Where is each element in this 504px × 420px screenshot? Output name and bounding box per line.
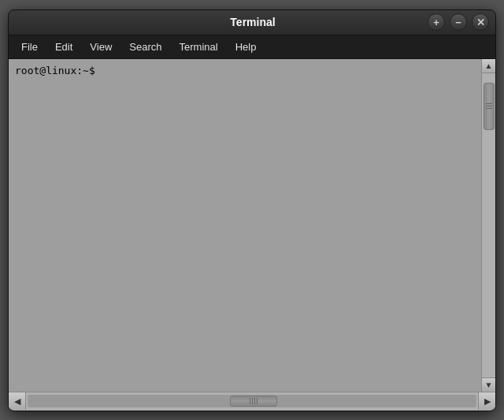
minimize-button[interactable]: −: [450, 13, 467, 31]
scroll-thumb-horizontal[interactable]: [230, 396, 277, 407]
thumb-line-h-1: [250, 398, 250, 404]
scroll-right-arrow[interactable]: ▶: [478, 392, 495, 410]
terminal-prompt: root@linux:~$: [15, 64, 475, 78]
thumb-line-h-4: [257, 398, 258, 404]
thumb-line-3: [486, 108, 492, 109]
vertical-scrollbar: ▲ ▼: [481, 59, 495, 392]
horizontal-scrollbar: ◀ ▶: [9, 392, 495, 411]
title-bar: Terminal + − ✕: [9, 10, 495, 35]
scroll-up-arrow[interactable]: ▲: [482, 59, 496, 73]
menu-edit[interactable]: Edit: [47, 38, 80, 56]
terminal-body: root@linux:~$ ▲ ▼: [9, 59, 495, 392]
scroll-left-arrow[interactable]: ◀: [9, 392, 26, 410]
down-arrow-icon: ▼: [485, 381, 493, 389]
thumb-grip: [486, 103, 492, 109]
add-button[interactable]: +: [428, 13, 445, 31]
menu-bar: File Edit View Search Terminal Help: [9, 35, 495, 59]
thumb-line-h-2: [252, 398, 253, 404]
close-button[interactable]: ✕: [472, 13, 489, 31]
thumb-line-h-3: [254, 398, 255, 404]
window-controls: + − ✕: [428, 13, 489, 31]
left-arrow-icon: ◀: [14, 396, 20, 407]
thumb-grip-horizontal: [250, 398, 258, 404]
thumb-line-1: [486, 103, 492, 104]
menu-help[interactable]: Help: [228, 38, 265, 56]
right-arrow-icon: ▶: [484, 396, 491, 407]
scroll-track-vertical[interactable]: [484, 75, 495, 376]
terminal-content[interactable]: root@linux:~$: [9, 59, 481, 392]
terminal-window: Terminal + − ✕ File Edit View Search Ter…: [8, 9, 496, 411]
menu-terminal[interactable]: Terminal: [172, 38, 226, 56]
scroll-track-horizontal[interactable]: [28, 395, 476, 407]
up-arrow-icon: ▲: [485, 61, 493, 70]
menu-view[interactable]: View: [82, 38, 120, 56]
scroll-down-arrow[interactable]: ▼: [482, 377, 496, 392]
menu-search[interactable]: Search: [121, 38, 169, 56]
menu-file[interactable]: File: [13, 38, 46, 56]
thumb-line-2: [486, 106, 492, 106]
scroll-thumb-vertical[interactable]: [484, 83, 495, 130]
window-title: Terminal: [78, 16, 428, 28]
